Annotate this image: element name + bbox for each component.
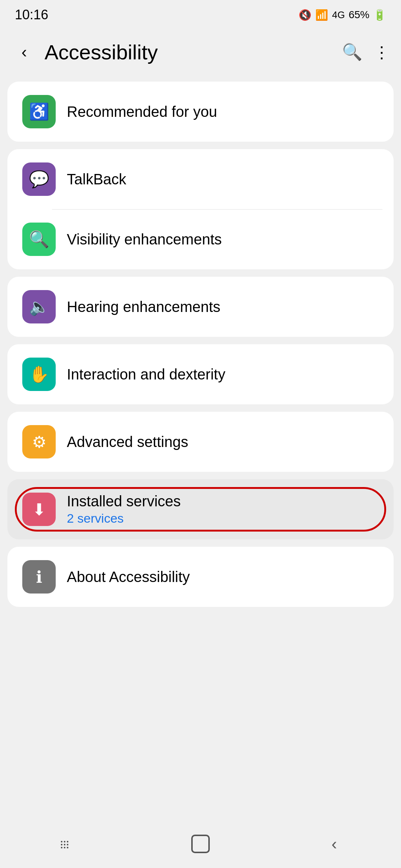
advanced-icon: ⚙	[22, 425, 56, 458]
svg-rect-3	[61, 844, 62, 845]
about-label: About Accessibility	[67, 569, 379, 585]
svg-rect-7	[64, 847, 65, 848]
installed-label: Installed services	[67, 493, 379, 510]
talkback-label: TalkBack	[67, 171, 379, 188]
page-title: Accessibility	[45, 40, 335, 64]
home-button[interactable]	[182, 829, 219, 859]
menu-item-about[interactable]: ℹ About Accessibility	[7, 547, 394, 607]
visibility-label: Visibility enhancements	[67, 231, 379, 248]
svg-rect-8	[67, 847, 68, 848]
menu-item-visibility[interactable]: 🔍 Visibility enhancements	[19, 209, 382, 269]
recommended-icon: ♿	[22, 95, 56, 128]
interaction-label: Interaction and dexterity	[67, 366, 379, 383]
wifi-icon: 📶	[315, 9, 328, 21]
more-options-button[interactable]: ⋮	[374, 43, 390, 62]
home-square-icon	[191, 835, 210, 853]
svg-rect-0	[61, 841, 62, 842]
back-arrow-icon: ‹	[332, 835, 337, 853]
installed-sublabel: 2 services	[67, 511, 379, 526]
svg-rect-1	[64, 841, 65, 842]
card-talkback-group: 💬 TalkBack 🔍 Visibility enhancements	[7, 149, 394, 269]
svg-rect-4	[64, 844, 65, 845]
battery-level: 65%	[349, 9, 369, 21]
battery-icon: 🔋	[373, 9, 386, 21]
talkback-icon: 💬	[22, 162, 56, 196]
back-nav-button[interactable]: ‹	[316, 829, 353, 859]
menu-list: ♿ Recommended for you 💬 TalkBack 🔍 Visib…	[0, 74, 401, 607]
navigation-bar: ‹	[0, 820, 401, 868]
status-bar: 10:16 🔇 📶 4G 65% 🔋	[0, 0, 401, 30]
hearing-icon: 🔈	[22, 290, 56, 323]
installed-icon: ⬇	[22, 493, 56, 526]
search-button[interactable]: 🔍	[342, 42, 362, 62]
menu-item-talkback[interactable]: 💬 TalkBack	[19, 149, 382, 209]
interaction-icon: ✋	[22, 358, 56, 391]
svg-rect-5	[67, 844, 68, 845]
recent-apps-button[interactable]	[48, 829, 85, 859]
svg-rect-2	[67, 841, 68, 842]
back-button[interactable]: ‹	[11, 39, 37, 65]
hearing-label: Hearing enhancements	[67, 299, 379, 315]
svg-rect-6	[61, 847, 62, 848]
header: ‹ Accessibility 🔍 ⋮	[0, 30, 401, 74]
visibility-icon: 🔍	[22, 223, 56, 256]
recommended-label: Recommended for you	[67, 103, 379, 120]
header-actions: 🔍 ⋮	[342, 42, 390, 62]
status-icons: 🔇 📶 4G 65% 🔋	[299, 9, 386, 21]
status-time: 10:16	[15, 7, 48, 23]
menu-item-recommended[interactable]: ♿ Recommended for you	[7, 82, 394, 142]
advanced-label: Advanced settings	[67, 434, 379, 450]
mute-icon: 🔇	[299, 9, 312, 21]
signal-icon: 4G	[332, 9, 345, 21]
menu-item-advanced[interactable]: ⚙ Advanced settings	[7, 412, 394, 472]
about-icon: ℹ	[22, 560, 56, 594]
menu-item-interaction[interactable]: ✋ Interaction and dexterity	[7, 344, 394, 404]
menu-item-installed[interactable]: ⬇ Installed services 2 services	[7, 479, 394, 539]
menu-item-hearing[interactable]: 🔈 Hearing enhancements	[7, 277, 394, 337]
